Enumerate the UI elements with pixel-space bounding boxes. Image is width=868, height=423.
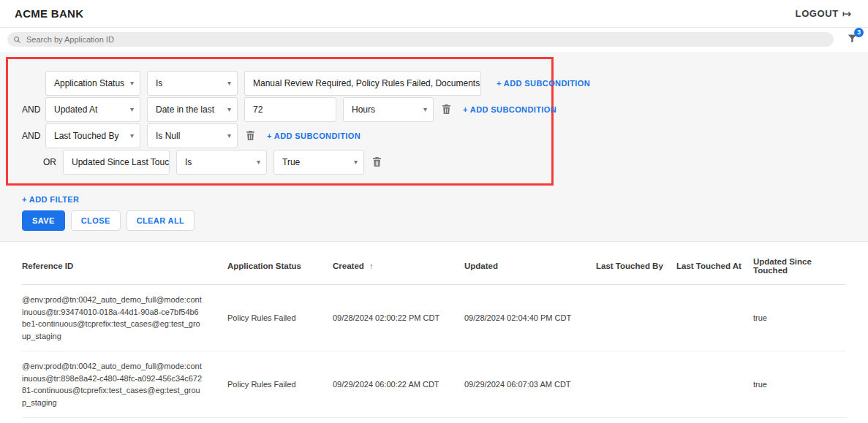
application-status-cell: Policy Rules Failed <box>227 418 333 423</box>
logout-label: LOGOUT <box>796 8 839 19</box>
chevron-down-icon: ▾ <box>130 132 134 140</box>
field-select[interactable]: Last Touched By ▾ <box>45 123 140 148</box>
top-bar: ACME BANK LOGOUT ↦ <box>0 0 868 28</box>
operator-select[interactable]: Date in the last ▾ <box>147 97 238 122</box>
last-touched-by-cell <box>596 351 676 418</box>
close-button[interactable]: CLOSE <box>71 210 121 231</box>
filter-count-badge: 3 <box>854 28 864 37</box>
operator-select[interactable]: Is ▾ <box>147 71 238 96</box>
logout-arrow-icon: ↦ <box>842 7 852 20</box>
field-select[interactable]: Application Status ▾ <box>45 71 140 96</box>
conjunction-label: AND <box>8 131 45 141</box>
app-title: ACME BANK <box>15 7 83 20</box>
updated-cell: 09/29/2024 02:04:29 PM CDT <box>464 418 596 423</box>
chevron-down-icon: ▾ <box>257 158 260 166</box>
created-cell: 09/29/2024 02:00:22 PM CDT <box>333 418 464 423</box>
filter-row-4: OR Updated Since Last Touch ▾ Is ▾ True … <box>8 149 551 175</box>
value-select[interactable]: Manual Review Required, Policy Rules Fai… <box>244 71 481 96</box>
updated-cell: 09/28/2024 02:04:40 PM CDT <box>464 285 596 351</box>
trash-icon <box>246 130 255 141</box>
updated-cell: 09/29/2024 06:07:03 AM CDT <box>464 351 596 418</box>
updated-since-touched-cell: true <box>753 351 846 418</box>
filter-row-1: Application Status ▾ Is ▾ Manual Review … <box>8 70 551 96</box>
trash-icon <box>372 156 382 167</box>
reference-id-cell: @env:prod@tn:0042_auto_demo_full@mode:co… <box>22 285 227 351</box>
search-bar-row: 3 <box>0 28 868 52</box>
operator-select-value: Date in the last <box>156 104 214 115</box>
chevron-down-icon: ▾ <box>227 132 231 140</box>
header-updated: Updated <box>464 242 596 285</box>
trash-icon <box>442 104 451 115</box>
conjunction-label: AND <box>8 104 45 115</box>
unit-select[interactable]: Hours ▾ <box>343 97 434 122</box>
field-select-value: Updated Since Last Touch <box>72 157 170 167</box>
last-touched-at-cell <box>676 285 753 351</box>
filter-actions: SAVE CLOSE CLEAR ALL <box>22 210 868 231</box>
chevron-down-icon: ▾ <box>354 158 358 166</box>
field-select-value: Last Touched By <box>54 131 119 141</box>
created-cell: 09/29/2024 06:00:22 AM CDT <box>333 351 464 418</box>
add-subcondition-link[interactable]: + ADD SUBCONDITION <box>497 79 590 88</box>
header-updated-since-touched: Updated Since Touched <box>753 242 846 285</box>
chevron-down-icon: ▾ <box>423 105 427 113</box>
filter-row-3: AND Last Touched By ▾ Is Null ▾ + ADD SU… <box>8 123 551 148</box>
results-table: Reference ID Application Status Created … <box>0 242 868 423</box>
application-status-cell: Policy Rules Failed <box>227 285 333 351</box>
reference-id-cell: @env:prod@tn:0042_auto_demo_full@mode:co… <box>22 351 227 418</box>
header-last-touched-by: Last Touched By <box>596 242 676 285</box>
value-input[interactable]: 72 <box>244 97 336 122</box>
value-select-value: Manual Review Required, Policy Rules Fai… <box>253 78 481 88</box>
last-touched-at-cell <box>676 351 753 418</box>
application-status-cell: Policy Rules Failed <box>227 351 333 418</box>
operator-select[interactable]: Is ▾ <box>176 150 267 175</box>
chevron-down-icon: ▾ <box>227 79 231 87</box>
search-icon <box>13 36 21 44</box>
chevron-down-icon: ▾ <box>130 79 134 87</box>
clear-all-button[interactable]: CLEAR ALL <box>127 210 195 231</box>
filter-funnel-button[interactable]: 3 <box>847 33 858 47</box>
save-button[interactable]: SAVE <box>22 210 65 231</box>
search-input[interactable] <box>7 32 834 47</box>
table-header-row: Reference ID Application Status Created … <box>22 242 846 285</box>
delete-condition-button[interactable] <box>372 156 382 167</box>
header-last-touched-at: Last Touched At <box>676 242 753 285</box>
header-reference-id: Reference ID <box>22 242 227 285</box>
add-filter-link[interactable]: + ADD FILTER <box>22 195 79 204</box>
field-select[interactable]: Updated At ▾ <box>45 97 140 122</box>
unit-select-value: Hours <box>352 104 375 115</box>
updated-since-touched-cell: true <box>753 418 846 423</box>
last-touched-at-cell <box>676 418 753 423</box>
filter-row-2: AND Updated At ▾ Date in the last ▾ 72 H… <box>8 96 551 122</box>
value-input-text: 72 <box>253 104 263 115</box>
operator-select-value: Is <box>156 78 162 88</box>
last-touched-by-cell <box>596 285 676 351</box>
logout-button[interactable]: LOGOUT ↦ <box>796 7 852 20</box>
value-select[interactable]: True ▾ <box>273 150 364 175</box>
field-select-value: Application Status <box>54 78 124 88</box>
field-select[interactable]: Updated Since Last Touch ▾ <box>63 150 170 175</box>
header-created-label: Created <box>333 262 364 270</box>
conjunction-label: OR <box>8 157 63 167</box>
delete-condition-button[interactable] <box>246 130 255 141</box>
table-row[interactable]: @env:prod@tn:0042_auto_demo_full@mode:co… <box>22 351 846 418</box>
table-row[interactable]: @env:prod@tn:0042_auto_demo_full@mode:co… <box>22 418 846 423</box>
add-subcondition-link[interactable]: + ADD SUBCONDITION <box>267 132 361 140</box>
updated-since-touched-cell: true <box>753 285 846 351</box>
header-created-sortable[interactable]: Created ↑ <box>333 242 464 285</box>
value-select-value: True <box>282 157 300 167</box>
delete-condition-button[interactable] <box>442 104 451 115</box>
operator-select-value: Is <box>185 157 192 167</box>
add-subcondition-link[interactable]: + ADD SUBCONDITION <box>463 105 556 114</box>
chevron-down-icon: ▾ <box>227 105 231 113</box>
chevron-down-icon: ▾ <box>130 105 134 113</box>
last-touched-by-cell <box>596 418 676 423</box>
field-select-value: Updated At <box>54 104 97 115</box>
operator-select[interactable]: Is Null ▾ <box>147 123 238 148</box>
reference-id-cell: @env:prod@tn:0042_auto_demo_full@mode:co… <box>22 418 227 423</box>
header-application-status: Application Status <box>227 242 333 285</box>
sort-ascending-icon: ↑ <box>369 262 374 270</box>
operator-select-value: Is Null <box>156 131 180 141</box>
table-row[interactable]: @env:prod@tn:0042_auto_demo_full@mode:co… <box>22 285 846 351</box>
filter-conditions-highlight: Application Status ▾ Is ▾ Manual Review … <box>6 57 554 186</box>
created-cell: 09/28/2024 02:00:22 PM CDT <box>333 285 464 351</box>
